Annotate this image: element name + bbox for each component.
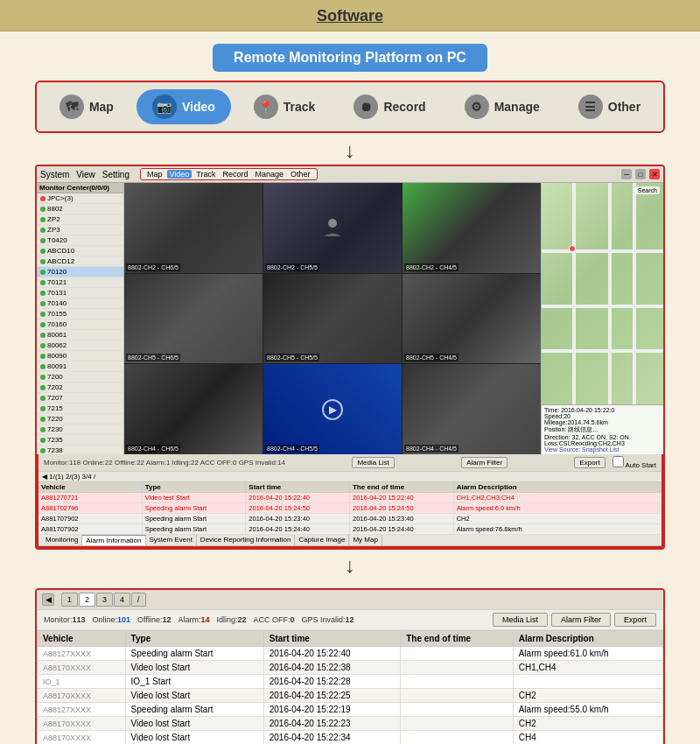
tab-monitoring[interactable]: Monitoring [42,535,82,545]
table-row[interactable]: 2016-04-20 15:23:40 [246,514,350,524]
table-row[interactable]: A88127XXXX Speeding alarm Start 2016-04-… [38,703,663,717]
table-row[interactable]: A881270721 [38,493,143,503]
mini-map[interactable]: Map [144,170,165,179]
sidebar-item[interactable]: 80061 [37,330,123,340]
table-row[interactable]: 2016-04-20 15:24:40 [350,524,454,535]
sidebar-item[interactable]: 7207 [37,393,123,404]
menu-system[interactable]: System [40,170,69,179]
play-icon[interactable]: ▶ [322,399,343,420]
sidebar-item[interactable]: JPC>(3) [37,193,123,204]
auto-start-checkbox[interactable] [612,456,624,467]
nav-track[interactable]: 📍 Track [238,89,332,124]
table-row[interactable]: A88127XXXX Speeding alarm Start 2016-04-… [38,647,663,661]
table-row[interactable]: 2016-04-20 15:24:50 [246,503,350,514]
close-btn[interactable]: ✕ [649,169,660,179]
bp-tab-2[interactable]: 2 [79,593,95,607]
bp-alarm-filter-btn[interactable]: Alarm Filter [551,613,611,627]
video-cell-3[interactable]: 8802-CH2 - CH4/5 [402,183,541,273]
nav-manage[interactable]: ⚙ Manage [449,89,556,124]
sidebar-item[interactable]: 7220 [37,414,123,425]
sidebar-item[interactable]: 8802 [37,204,123,214]
table-row[interactable]: IO_1 IO_1 Start 2016-04-20 15:22:28 [38,675,663,689]
tab-system-event[interactable]: System Event [146,535,197,545]
bp-export-btn[interactable]: Export [614,613,656,627]
sidebar-item[interactable]: 70140 [37,298,123,309]
table-row[interactable]: A881707902 [38,514,143,524]
table-row[interactable]: A88170XXXX Video lost Start 2016-04-20 1… [38,731,663,745]
table-row[interactable]: CH2 [454,514,662,524]
table-row[interactable]: 2016-04-20 15:24:50 [350,503,454,514]
map-area[interactable]: Search [542,183,663,404]
auto-start-label[interactable]: Auto Start [612,456,656,469]
table-row[interactable]: Speeding alarm Start [143,514,247,524]
media-list-mini-btn[interactable]: Media List [352,457,394,468]
mini-record[interactable]: Record [220,170,251,179]
video-cell-9[interactable]: 8802-CH4 - CH4/5 [402,364,541,454]
sidebar-item[interactable]: 70121 [37,277,123,288]
table-row[interactable]: 2016-04-20 15:22:40 [246,493,350,503]
bp-tab-3[interactable]: 3 [96,593,113,607]
table-row[interactable]: Video test Start [143,493,247,503]
mini-other[interactable]: Other [288,170,313,179]
nav-other[interactable]: ☰ Other [563,89,656,124]
sidebar-item[interactable]: T0420 [37,235,123,246]
table-row[interactable]: A88170XXXX Video lost Start 2016-04-20 1… [38,661,663,675]
table-row[interactable]: A881707902 [38,524,143,535]
sidebar-item[interactable]: 7238 [37,446,123,454]
nav-video[interactable]: 📷 Video [136,89,231,124]
nav-pages[interactable]: ◀ 1/(1) 2/(3) 3/4 / [42,473,95,481]
nav-record[interactable]: ⏺ Record [338,89,441,124]
alarm-filter-mini-btn[interactable]: Alarm Filter [461,457,508,468]
video-cell-4[interactable]: 8802-CH5 - CH6/5 [124,274,262,364]
video-cell-2[interactable]: 8802-CH2 - CH5/5 [263,183,402,273]
maximize-btn[interactable]: □ [635,169,646,179]
sidebar-item[interactable]: 70160 [37,319,123,330]
sidebar-item[interactable]: 7235 [37,435,123,446]
sidebar-item[interactable]: 70155 [37,309,123,319]
map-search[interactable]: Search [635,186,660,194]
video-cell-5[interactable]: 8802-CH5 - CH5/5 [263,274,402,364]
tab-capture[interactable]: Capture Image [295,535,349,545]
video-cell-7[interactable]: 8802-CH4 - CH6/5 [124,364,262,454]
sidebar-item[interactable]: 7215 [37,404,123,414]
table-row[interactable]: Alarm speed:6.0 km/h [454,503,662,514]
menu-view[interactable]: View [76,170,95,179]
table-row[interactable]: 2016-04-20 15:24:40 [246,524,350,535]
table-row[interactable]: A881702786 [38,503,143,514]
video-cell-1[interactable]: 8802-CH2 - CH6/5 [124,183,262,273]
sidebar-item[interactable]: 7202 [37,383,123,393]
sidebar-item[interactable]: 80062 [37,340,123,351]
sidebar-item[interactable]: 70120 [37,267,123,277]
sidebar-item[interactable]: 80090 [37,351,123,361]
tab-mymap[interactable]: My Map [349,535,382,545]
mini-manage[interactable]: Manage [253,170,287,179]
video-cell-8[interactable]: ▶ 8802-CH4 - CH5/5 [263,364,402,454]
tab-device-reporting[interactable]: Device Reporting Information [197,535,296,545]
sidebar-item[interactable]: 7230 [37,425,123,435]
table-row[interactable]: Speeding alarm Start [143,503,247,514]
menu-setting[interactable]: Setting [102,170,130,179]
table-row[interactable]: 2016-04-20 15:22:40 [350,493,454,503]
sidebar-item[interactable]: ABCD12 [37,256,123,267]
sidebar-item[interactable]: ABCD10 [37,246,123,256]
bp-prev-btn[interactable]: ◀ [42,593,54,606]
export-mini-btn[interactable]: Export [574,457,605,468]
table-row[interactable]: A88170XXXX Video lost Start 2016-04-20 1… [38,689,663,703]
mini-video[interactable]: Video [167,170,192,179]
nav-map[interactable]: 🗺 Map [44,89,130,124]
sidebar-item[interactable]: 70131 [37,288,123,298]
bp-tab-4[interactable]: 4 [114,593,130,607]
minimize-btn[interactable]: ─ [621,169,632,179]
table-row[interactable]: 2016-04-20 15:23:40 [350,514,454,524]
video-cell-6[interactable]: 8802-CH5 - CH4/5 [402,274,541,364]
sidebar-item[interactable]: 80091 [37,361,123,372]
sidebar-item[interactable]: ZP2 [37,214,123,225]
tab-alarm-info[interactable]: Alarm Information [82,535,145,545]
bp-media-list-btn[interactable]: Media List [493,613,548,627]
table-row[interactable]: Alarm speed:76.8km/h [454,524,662,535]
sidebar-item[interactable]: ZP3 [37,225,123,235]
table-row[interactable]: A88170XXXX Video lost Start 2016-04-20 1… [38,717,663,731]
mini-track[interactable]: Track [193,170,218,179]
sidebar-item[interactable]: 7200 [37,372,123,383]
table-row[interactable]: CH1,CH2,CH3,CH4 [454,493,662,503]
